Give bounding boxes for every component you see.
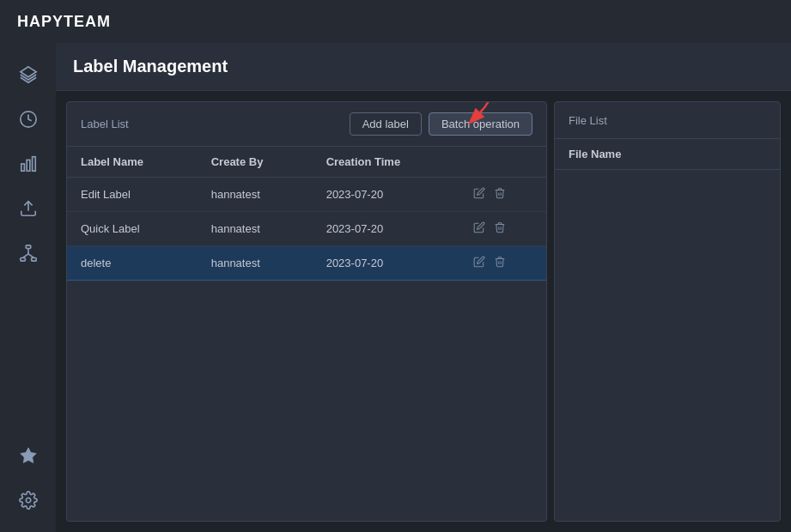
main-layout: Label Management Label List Add label Ba…	[0, 43, 791, 532]
label-panel: Label List Add label Batch operation	[66, 101, 547, 522]
col-creation-time: Creation Time	[313, 147, 459, 178]
cell-label-name: delete	[67, 246, 198, 281]
cell-actions	[459, 178, 546, 212]
label-table: Label Name Create By Creation Time Edit …	[67, 147, 546, 281]
file-panel-title: File List	[569, 114, 607, 127]
add-label-button[interactable]: Add label	[350, 112, 422, 136]
page-header: Label Management	[56, 43, 791, 91]
sidebar-item-layers[interactable]	[9, 56, 47, 94]
label-table-container: Label Name Create By Creation Time Edit …	[67, 147, 546, 521]
batch-operation-button[interactable]: Batch operation	[429, 112, 532, 136]
edit-icon[interactable]	[473, 187, 485, 202]
table-row[interactable]: deletehannatest2023-07-20	[67, 246, 546, 281]
svg-point-13	[26, 498, 31, 503]
col-actions	[459, 147, 546, 178]
file-panel-header: File List	[555, 102, 780, 139]
sidebar-item-settings[interactable]	[9, 481, 47, 519]
svg-rect-8	[31, 258, 35, 262]
label-panel-title: Label List	[81, 118, 129, 130]
sidebar-item-favorites[interactable]	[9, 437, 47, 475]
sidebar-item-export[interactable]	[9, 190, 47, 227]
cell-create-by: hannatest	[198, 178, 313, 212]
svg-line-10	[22, 254, 27, 258]
cell-create-by: hannatest	[198, 212, 313, 246]
cell-creation-time: 2023-07-20	[313, 212, 459, 246]
label-table-header-row: Label Name Create By Creation Time	[67, 147, 546, 178]
cell-actions	[459, 246, 546, 281]
action-icons	[473, 187, 532, 202]
svg-rect-7	[20, 258, 25, 262]
app-title: HAPYTEAM	[17, 13, 111, 31]
label-table-head: Label Name Create By Creation Time	[67, 147, 546, 178]
table-row[interactable]: Quick Labelhannatest2023-07-20	[67, 212, 546, 246]
cell-actions	[459, 212, 546, 246]
file-name-col-label: File Name	[569, 148, 621, 160]
cell-label-name: Quick Label	[67, 212, 198, 246]
label-table-body: Edit Labelhannatest2023-07-20Quick Label…	[67, 178, 546, 281]
sidebar-item-clock[interactable]	[9, 100, 47, 138]
page-title: Label Management	[73, 57, 228, 76]
cell-creation-time: 2023-07-20	[313, 178, 459, 212]
svg-rect-3	[27, 160, 30, 171]
batch-button-container: Batch operation	[429, 112, 532, 136]
edit-icon[interactable]	[473, 221, 485, 236]
content-area: Label Management Label List Add label Ba…	[56, 43, 791, 532]
action-icons	[473, 256, 532, 270]
svg-line-11	[28, 254, 33, 258]
file-panel-col-header: File Name	[555, 139, 780, 170]
sidebar	[0, 43, 56, 532]
delete-icon[interactable]	[494, 187, 506, 202]
table-row[interactable]: Edit Labelhannatest2023-07-20	[67, 178, 546, 212]
svg-marker-12	[20, 448, 35, 462]
app-header: HAPYTEAM	[0, 0, 791, 43]
cell-label-name: Edit Label	[67, 178, 198, 212]
action-icons	[473, 221, 532, 236]
edit-icon[interactable]	[473, 256, 485, 270]
sidebar-item-network[interactable]	[9, 234, 47, 272]
col-label-name: Label Name	[67, 147, 198, 178]
cell-create-by: hannatest	[198, 246, 313, 281]
file-panel: File List File Name	[554, 101, 781, 522]
sidebar-item-chart[interactable]	[9, 145, 47, 183]
panels: Label List Add label Batch operation	[56, 91, 791, 532]
svg-rect-2	[21, 164, 24, 171]
delete-icon[interactable]	[494, 221, 506, 236]
svg-rect-4	[32, 157, 35, 172]
label-panel-header: Label List Add label Batch operation	[67, 102, 546, 147]
panel-actions: Add label Batch operation	[350, 112, 532, 136]
col-create-by: Create By	[198, 147, 313, 178]
svg-rect-6	[26, 245, 31, 249]
delete-icon[interactable]	[494, 256, 506, 270]
cell-creation-time: 2023-07-20	[313, 246, 459, 281]
